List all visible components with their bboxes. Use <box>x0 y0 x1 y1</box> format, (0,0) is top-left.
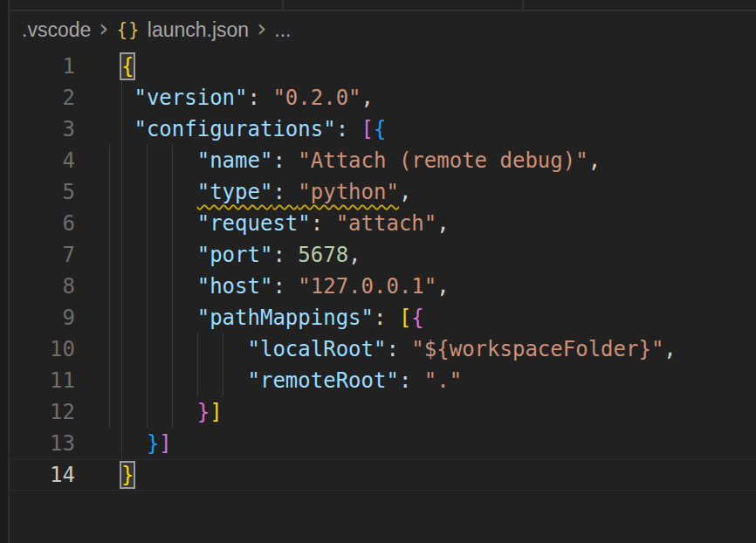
breadcrumb-folder[interactable]: .vscode <box>22 18 91 42</box>
code-token: { <box>121 54 134 79</box>
code-token: "port" <box>197 243 273 267</box>
line-number[interactable]: 5 <box>10 176 75 208</box>
code-token: "Attach (remote debug)" <box>298 148 588 173</box>
code-token: "${workspaceFolder}" <box>411 337 663 361</box>
code-token <box>121 211 197 236</box>
code-token: "host" <box>197 274 273 299</box>
indent-guide <box>109 302 110 333</box>
code-text: "port": 5678, <box>121 239 361 271</box>
code-text: { <box>121 51 134 82</box>
code-token <box>121 274 197 299</box>
code-token: : <box>336 117 361 141</box>
line-number[interactable]: 11 <box>10 365 75 396</box>
line-number[interactable]: 7 <box>10 239 75 271</box>
line-number[interactable]: 2 <box>10 82 75 113</box>
code-token: "localRoot" <box>248 337 387 361</box>
code-token: "python" <box>298 180 399 204</box>
code-text: }] <box>121 428 172 459</box>
breadcrumb-file[interactable]: launch.json <box>148 18 249 42</box>
line-number[interactable]: 3 <box>10 113 75 145</box>
code-token <box>121 117 134 141</box>
code-token: , <box>436 274 449 299</box>
code-token <box>121 431 147 456</box>
code-text: "pathMappings": [{ <box>121 302 424 333</box>
code-line[interactable]: 2 "version": "0.2.0", <box>10 82 756 113</box>
indent-guide <box>109 208 110 239</box>
indent-guide <box>109 176 110 208</box>
code-token <box>121 86 134 110</box>
tab-bar[interactable] <box>10 0 756 11</box>
code-text: "version": "0.2.0", <box>121 82 374 113</box>
indent-guide <box>109 396 110 428</box>
code-line[interactable]: 14} <box>10 459 756 491</box>
text-cursor <box>134 461 135 487</box>
code-token: "name" <box>197 148 273 173</box>
sidebar-edge <box>0 0 10 543</box>
line-number[interactable]: 6 <box>10 208 75 239</box>
line-number[interactable]: 4 <box>10 145 75 176</box>
code-token: , <box>348 243 361 267</box>
code-line[interactable]: 13 }] <box>10 428 756 459</box>
code-token: "remoteRoot" <box>248 368 399 393</box>
code-token <box>121 368 248 393</box>
code-token: "attach" <box>336 211 437 236</box>
code-text: "configurations": [{ <box>121 113 386 145</box>
code-token: : <box>248 86 273 110</box>
code-line[interactable]: 12 }] <box>10 396 756 428</box>
code-token: { <box>374 117 386 141</box>
code-line[interactable]: 4 "name": "Attach (remote debug)", <box>10 145 756 176</box>
code-token: , <box>361 86 374 110</box>
json-braces-icon: {} <box>116 19 140 40</box>
vscode-editor-window: .vscode › {} launch.json › ... 1{2 "vers… <box>0 0 756 543</box>
breadcrumb-symbol-ellipsis[interactable]: ... <box>274 18 291 42</box>
code-token: "127.0.0.1" <box>298 274 436 299</box>
code-token: "pathMappings" <box>197 306 374 330</box>
code-token: "version" <box>134 86 247 110</box>
indent-guide <box>109 271 110 302</box>
code-token <box>121 400 197 424</box>
tab-divider <box>282 0 284 10</box>
code-text: "localRoot": "${workspaceFolder}", <box>121 333 677 365</box>
code-token: , <box>663 337 676 361</box>
code-token <box>121 243 197 267</box>
code-line[interactable]: 10 "localRoot": "${workspaceFolder}", <box>10 333 756 365</box>
code-line[interactable]: 6 "request": "attach", <box>10 208 756 239</box>
code-token: "type" <box>197 180 273 204</box>
code-token: : <box>272 274 298 299</box>
code-token: : <box>399 368 424 393</box>
chevron-right-icon: › <box>257 14 266 43</box>
code-token: : <box>272 243 298 267</box>
line-number[interactable]: 9 <box>10 302 75 333</box>
code-line[interactable]: 3 "configurations": [{ <box>10 113 756 145</box>
code-token: : <box>311 211 336 236</box>
code-token: { <box>411 306 423 330</box>
editor-code-area[interactable]: 1{2 "version": "0.2.0",3 "configurations… <box>10 51 756 491</box>
code-token: ] <box>210 400 222 424</box>
line-number[interactable]: 1 <box>10 51 75 82</box>
line-number[interactable]: 13 <box>10 428 75 459</box>
code-token: , <box>436 211 449 236</box>
code-line[interactable]: 9 "pathMappings": [{ <box>10 302 756 333</box>
code-token <box>121 180 197 204</box>
code-line[interactable]: 1{ <box>10 51 756 82</box>
line-number[interactable]: 8 <box>10 271 75 302</box>
code-token: } <box>197 400 210 424</box>
code-line[interactable]: 8 "host": "127.0.0.1", <box>10 271 756 302</box>
indent-guide <box>109 239 110 271</box>
line-number[interactable]: 14 <box>10 459 75 491</box>
code-token: "request" <box>197 211 311 236</box>
breadcrumb: .vscode › {} launch.json › ... <box>10 14 756 45</box>
line-number[interactable]: 12 <box>10 396 75 428</box>
code-text: "request": "attach", <box>121 208 450 239</box>
code-token: , <box>588 148 601 173</box>
code-text: "remoteRoot": "." <box>121 365 462 396</box>
code-text: } <box>121 459 135 491</box>
code-token: "." <box>424 368 462 393</box>
code-line[interactable]: 7 "port": 5678, <box>10 239 756 271</box>
code-token: [ <box>399 306 411 330</box>
code-token: "0.2.0" <box>272 86 361 110</box>
code-line[interactable]: 11 "remoteRoot": "." <box>10 365 756 396</box>
code-text: "name": "Attach (remote debug)", <box>121 145 601 176</box>
code-line[interactable]: 5 "type": "python", <box>10 176 756 208</box>
line-number[interactable]: 10 <box>10 333 75 365</box>
